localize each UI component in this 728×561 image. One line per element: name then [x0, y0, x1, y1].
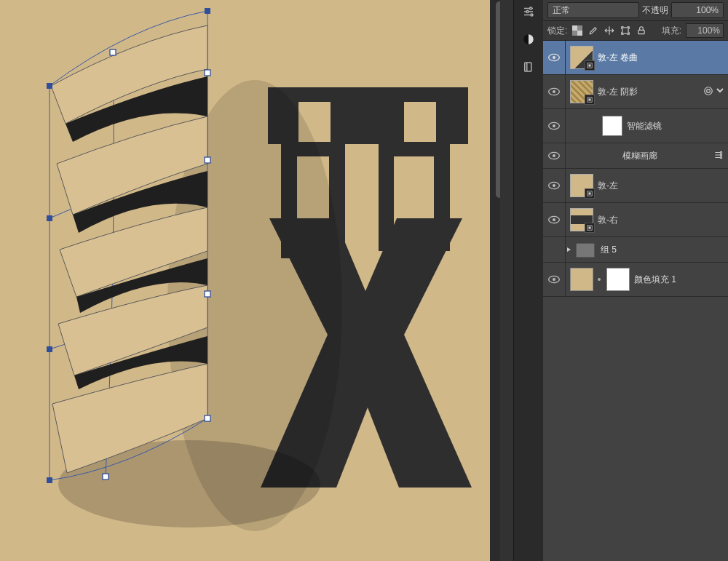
layer-name: 组 5 [601, 244, 617, 256]
layer-thumbnail[interactable] [570, 46, 593, 69]
svg-point-53 [553, 218, 555, 221]
svg-rect-16 [103, 474, 108, 480]
svg-point-44 [553, 154, 555, 157]
filter-settings-icon[interactable] [713, 150, 724, 162]
svg-rect-28 [577, 31, 582, 36]
layer-row-left[interactable]: 敦-左 [543, 169, 728, 203]
layer-name: 敦-左 卷曲 [598, 52, 638, 64]
svg-point-46 [720, 154, 721, 155]
svg-point-47 [720, 156, 721, 158]
libraries-icon[interactable] [521, 60, 536, 74]
svg-point-40 [707, 89, 711, 92]
artboard[interactable] [0, 0, 500, 561]
layer-row-group5[interactable]: 组 5 [543, 237, 728, 263]
eye-icon [548, 181, 560, 190]
layer-name: 敦-左 [598, 180, 618, 192]
fill-value: 100% [697, 25, 720, 36]
visibility-toggle[interactable] [543, 75, 566, 108]
lock-label: 锁定: [547, 25, 567, 37]
svg-point-36 [553, 90, 555, 93]
contrast-circle-icon[interactable] [521, 32, 536, 47]
eye-icon [548, 53, 560, 62]
layers-panel-topbar: 正常 不透明 100% [543, 0, 728, 21]
layer-thumbnail[interactable] [570, 80, 593, 103]
visibility-toggle[interactable] [543, 203, 566, 236]
svg-rect-25 [525, 63, 531, 71]
layer-lock-row: 锁定: 填充: 100% [543, 21, 728, 41]
lock-transparency-icon[interactable] [571, 25, 583, 36]
svg-rect-10 [47, 83, 52, 89]
smart-object-badge-icon [585, 188, 595, 199]
svg-rect-18 [205, 157, 210, 163]
eye-icon [548, 122, 560, 130]
svg-rect-27 [572, 25, 577, 31]
svg-rect-20 [205, 415, 210, 421]
opacity-field[interactable]: 100% [671, 2, 724, 18]
dock-column [513, 0, 544, 561]
svg-rect-12 [47, 346, 52, 352]
folder-arrow-icon[interactable] [566, 246, 573, 253]
svg-point-57 [553, 278, 555, 281]
svg-point-49 [553, 184, 555, 187]
svg-point-21 [530, 7, 532, 9]
fill-label: 填充: [662, 25, 681, 37]
svg-rect-55 [588, 226, 590, 228]
svg-rect-17 [205, 70, 210, 76]
layer-row-solid-fill[interactable]: 颜色填充 1 [543, 263, 728, 297]
layer-row-shadow[interactable]: 敦-左 阴影 [543, 75, 728, 109]
svg-rect-15 [110, 49, 116, 55]
canvas-scrollbar-vertical[interactable] [490, 0, 500, 561]
visibility-toggle[interactable] [543, 143, 566, 168]
canvas-host [0, 0, 500, 561]
svg-rect-51 [588, 192, 590, 194]
svg-point-58 [598, 278, 601, 281]
fill-thumbnail[interactable] [570, 268, 593, 291]
visibility-toggle[interactable] [543, 109, 566, 143]
svg-rect-13 [47, 477, 52, 483]
eye-icon [548, 275, 560, 284]
lock-artboard-icon[interactable] [620, 25, 631, 36]
smart-object-badge-icon [585, 223, 595, 233]
svg-point-39 [705, 87, 713, 95]
scrollbar-thumb[interactable] [496, 1, 500, 198]
svg-point-42 [553, 124, 555, 127]
svg-rect-11 [47, 215, 52, 221]
svg-rect-38 [588, 98, 590, 100]
visibility-toggle[interactable] [543, 237, 566, 262]
expand-chevron-icon[interactable] [716, 86, 724, 98]
lock-brush-icon[interactable] [587, 25, 599, 36]
visibility-toggle[interactable] [543, 169, 566, 202]
layer-row-right[interactable]: 敦-右 [543, 203, 728, 237]
layer-thumbnail[interactable] [570, 208, 593, 231]
visibility-toggle[interactable] [543, 263, 566, 296]
lock-move-icon[interactable] [604, 25, 615, 36]
filter-link-icon[interactable] [703, 86, 713, 98]
fill-field[interactable]: 100% [686, 23, 724, 38]
lock-all-icon[interactable] [636, 25, 647, 36]
layer-name: 颜色填充 1 [634, 274, 676, 286]
svg-rect-2 [404, 102, 436, 144]
svg-point-45 [720, 151, 721, 153]
opacity-label: 不透明 [642, 4, 668, 17]
blend-mode-value: 正常 [553, 4, 570, 17]
svg-point-32 [553, 56, 555, 59]
eye-icon [548, 151, 560, 160]
filter-mask-thumbnail[interactable] [602, 116, 622, 136]
layer-row-blur-gallery[interactable]: 模糊画廊 [543, 143, 728, 169]
eye-icon [548, 87, 560, 96]
smart-object-badge-icon [585, 95, 595, 105]
layer-thumbnail[interactable] [570, 174, 593, 197]
visibility-toggle[interactable] [543, 41, 566, 74]
layer-name: 敦-右 [598, 214, 618, 226]
layer-name: 模糊画廊 [622, 150, 657, 162]
layer-row-smart-filters[interactable]: 智能滤镜 [543, 109, 728, 143]
layer-row-curl[interactable]: 敦-左 卷曲 [543, 41, 728, 75]
layer-mask-thumbnail[interactable] [606, 268, 630, 291]
layer-name: 敦-左 阴影 [598, 86, 638, 98]
adjustments-icon[interactable] [521, 4, 536, 19]
layers-panel: 正常 不透明 100% 锁定: 填充: 100% [543, 0, 728, 561]
blend-mode-dropdown[interactable]: 正常 [547, 2, 639, 18]
layer-list: 敦-左 卷曲 敦-左 阴影 [543, 41, 728, 561]
svg-rect-34 [588, 64, 590, 66]
smart-object-badge-icon [585, 60, 595, 71]
